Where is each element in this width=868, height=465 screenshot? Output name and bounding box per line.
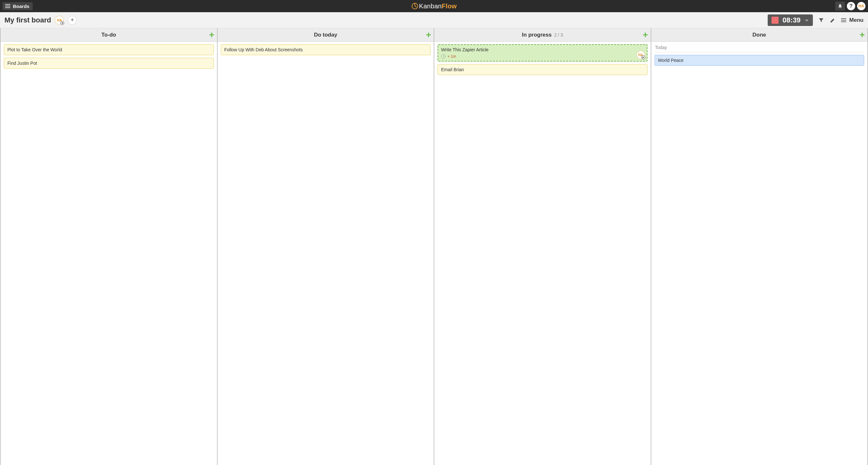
add-card-button[interactable]: + (426, 30, 431, 39)
card[interactable]: Write This Zapier Article+ 1mHA (437, 44, 648, 62)
column-body[interactable]: Write This Zapier Article+ 1mHAEmail Bri… (434, 42, 651, 465)
column-title: To-do (101, 32, 116, 38)
add-card-button[interactable]: + (860, 30, 865, 39)
card[interactable]: Plot to Take Over the World (4, 44, 214, 55)
board-header: My first board HA + 08:39 (0, 12, 868, 28)
card[interactable]: Follow Up With Deb About Screenshots (221, 44, 431, 55)
clock-icon (441, 54, 445, 59)
column-header[interactable]: Do today+ (218, 28, 434, 42)
board-header-right: 08:39 Menu (768, 14, 864, 26)
plus-icon: + (70, 17, 74, 23)
card-meta: + 1m (441, 54, 644, 59)
column-title: In progress (522, 32, 552, 38)
column-header[interactable]: To-do+ (1, 28, 217, 42)
pencil-icon (830, 17, 836, 23)
card[interactable]: World Peace (654, 55, 865, 66)
add-card-button[interactable]: + (643, 30, 648, 39)
card-title: Write This Zapier Article (441, 47, 644, 52)
funnel-icon (818, 17, 825, 23)
column: To-do+Plot to Take Over the WorldFind Ju… (1, 28, 218, 465)
column-body[interactable]: TodayWorld Peace (651, 42, 868, 465)
user-avatar[interactable]: HA (857, 2, 865, 10)
column-title: Done (753, 32, 766, 38)
card-title: Plot to Take Over the World (7, 47, 210, 52)
boards-label: Boards (13, 3, 30, 9)
boards-menu-button[interactable]: Boards (3, 2, 33, 10)
pomodoro-timer[interactable]: 08:39 (768, 14, 812, 26)
time-spent: + 1m (447, 54, 456, 59)
column: In progress2 / 3+Write This Zapier Artic… (434, 28, 651, 465)
hamburger-icon (841, 18, 846, 22)
board-header-left: My first board HA + (4, 16, 76, 25)
play-badge-icon (641, 56, 645, 59)
notifications-button[interactable] (835, 2, 845, 10)
column-header[interactable]: In progress2 / 3+ (434, 28, 651, 42)
edit-button[interactable] (830, 17, 836, 23)
card[interactable]: Email Brian (437, 64, 648, 75)
timer-time: 08:39 (782, 16, 800, 24)
column-body[interactable]: Follow Up With Deb About Screenshots (218, 42, 434, 465)
board-columns: To-do+Plot to Take Over the WorldFind Ju… (0, 28, 868, 465)
topbar-left: Boards (3, 2, 33, 10)
app-logo[interactable]: KanbanFlow (411, 3, 457, 10)
wip-limit: 2 / 3 (554, 32, 563, 37)
card-title: Email Brian (441, 67, 644, 72)
play-badge-icon (60, 21, 64, 25)
card[interactable]: Find Justin Pot (4, 58, 214, 69)
add-card-button[interactable]: + (209, 30, 214, 39)
column-body[interactable]: Plot to Take Over the WorldFind Justin P… (1, 42, 217, 465)
column-header[interactable]: Done+ (651, 28, 868, 42)
column-title: Do today (314, 32, 337, 38)
chevron-down-icon (805, 18, 809, 23)
card-title: Follow Up With Deb About Screenshots (224, 47, 427, 52)
add-member-button[interactable]: + (68, 16, 76, 25)
column: Done+TodayWorld Peace (651, 28, 868, 465)
topbar-right: ? HA (835, 2, 865, 10)
column: Do today+Follow Up With Deb About Screen… (218, 28, 435, 465)
card-title: World Peace (658, 58, 861, 63)
logo-icon (411, 3, 418, 10)
timer-stop-icon (772, 17, 779, 24)
help-button[interactable]: ? (847, 2, 855, 10)
menu-button[interactable]: Menu (841, 17, 864, 23)
board-member-avatar[interactable]: HA (55, 16, 64, 25)
topbar: Boards KanbanFlow ? HA (0, 0, 868, 12)
logo-text: KanbanFlow (419, 3, 457, 10)
swimlane-divider (654, 52, 865, 52)
swimlane-label: Today (655, 45, 864, 50)
bell-icon (838, 3, 843, 9)
hamburger-icon (5, 4, 10, 8)
board-title[interactable]: My first board (4, 16, 51, 24)
card-title: Find Justin Pot (7, 61, 210, 66)
card-assignee-avatar[interactable]: HA (637, 51, 645, 59)
question-icon: ? (849, 3, 852, 9)
filter-button[interactable] (818, 17, 825, 23)
